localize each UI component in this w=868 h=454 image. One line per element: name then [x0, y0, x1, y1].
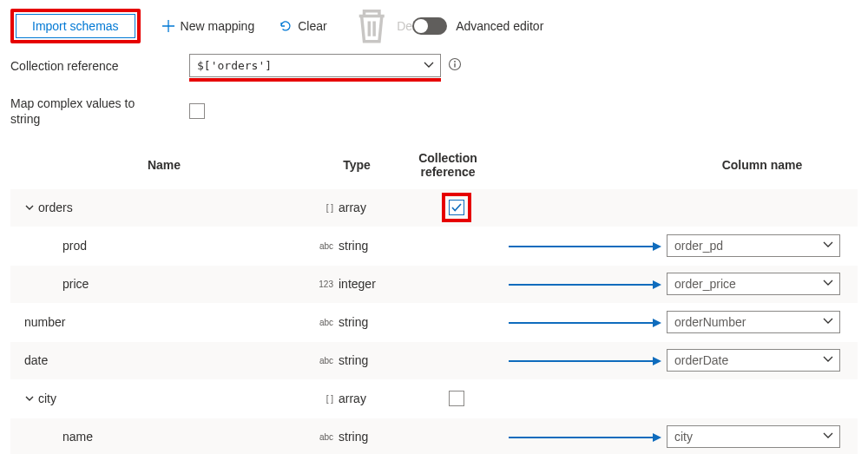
cell-column-name: order_price	[667, 273, 858, 295]
chevron-down-icon	[822, 239, 834, 251]
row-name: city	[38, 391, 56, 405]
cell-type: 123integer	[318, 277, 404, 291]
advanced-editor-toggle[interactable]	[412, 17, 447, 35]
column-name-value: order_pd	[674, 239, 723, 253]
mapping-row: city[ ]array	[10, 379, 858, 418]
row-name: date	[24, 353, 48, 367]
type-badge: [ ]	[318, 394, 333, 404]
row-expander[interactable]	[24, 202, 35, 213]
clear-label: Clear	[298, 19, 326, 33]
type-text: string	[339, 315, 368, 329]
type-badge: abc	[318, 318, 333, 327]
mapping-row: dateabcstringorderDate	[10, 341, 858, 379]
mapping-arrow	[509, 322, 667, 323]
row-expander[interactable]	[24, 393, 35, 404]
mapping-row: prodabcstringorder_pd	[10, 227, 858, 265]
cell-type: abcstring	[318, 353, 404, 367]
import-schemas-button[interactable]: Import schemas	[16, 14, 135, 38]
collection-reference-dropdown[interactable]: $['orders']	[189, 54, 441, 77]
info-icon[interactable]	[448, 57, 462, 74]
cell-type: abcstring	[318, 315, 404, 329]
cell-column-name: order_pd	[667, 234, 858, 257]
header-name: Name	[10, 158, 318, 172]
cell-name: number	[10, 315, 318, 329]
row-name: orders	[38, 201, 73, 214]
collection-reference-label: Collection reference	[10, 59, 189, 73]
new-mapping-label: New mapping	[181, 19, 255, 33]
cell-column-name: city	[667, 425, 858, 448]
column-name-value: city	[674, 430, 693, 444]
mapping-arrow	[509, 398, 667, 399]
chevron-down-icon	[423, 59, 435, 71]
collection-reference-checkbox[interactable]	[449, 200, 464, 215]
chevron-down-icon	[822, 315, 834, 327]
highlight-ref-checkbox	[442, 193, 471, 222]
row-name: prod	[62, 239, 87, 253]
column-name-dropdown[interactable]: order_price	[667, 273, 840, 295]
column-name-value: order_price	[674, 277, 736, 291]
cell-name: name	[10, 430, 318, 444]
advanced-editor-label: Advanced editor	[456, 19, 543, 33]
mapping-arrow	[509, 284, 667, 285]
new-mapping-button[interactable]: New mapping	[153, 14, 264, 38]
header-type: Type	[318, 158, 396, 172]
cell-type: abcstring	[318, 430, 404, 444]
type-badge: [ ]	[318, 203, 333, 213]
type-text: integer	[339, 277, 376, 291]
type-text: string	[339, 353, 368, 367]
column-name-dropdown[interactable]: city	[667, 425, 840, 448]
clear-button[interactable]: Clear	[270, 14, 335, 38]
chevron-down-icon	[24, 202, 35, 213]
row-name: name	[62, 430, 93, 444]
trash-icon	[352, 6, 391, 46]
import-schemas-label: Import schemas	[32, 19, 119, 33]
row-name: number	[24, 315, 65, 329]
cell-collection-reference	[404, 193, 509, 222]
type-badge: abc	[318, 241, 333, 251]
cell-type: [ ]array	[318, 201, 404, 214]
mapping-arrow	[509, 360, 667, 361]
type-text: array	[339, 391, 366, 405]
cell-name: orders	[10, 201, 318, 214]
highlight-import: Import schemas	[10, 9, 141, 43]
chevron-down-icon	[822, 430, 834, 442]
cell-column-name: orderDate	[667, 349, 858, 372]
header-collection-reference: Collection reference	[396, 151, 500, 179]
column-name-value: orderNumber	[674, 315, 746, 329]
collection-reference-checkbox[interactable]	[449, 391, 464, 406]
type-text: string	[339, 239, 368, 253]
cell-column-name: orderNumber	[667, 311, 858, 333]
mapping-row: nameabcstringcity	[10, 418, 858, 454]
cell-collection-reference	[404, 391, 509, 406]
row-name: price	[62, 277, 89, 291]
svg-rect-2	[454, 63, 455, 68]
column-name-value: orderDate	[674, 353, 728, 367]
type-badge: abc	[318, 356, 333, 365]
cell-type: abcstring	[318, 239, 404, 253]
mapping-arrow	[509, 437, 667, 438]
highlight-collection-reference	[189, 78, 441, 82]
svg-point-1	[454, 61, 456, 63]
mapping-arrow	[509, 246, 667, 247]
map-complex-label: Map complex values to string	[10, 95, 167, 127]
column-name-dropdown[interactable]: order_pd	[667, 234, 840, 257]
collection-reference-value: $['orders']	[197, 59, 272, 72]
mapping-row: numberabcstringorderNumber	[10, 303, 858, 341]
plus-icon	[161, 19, 175, 33]
chevron-down-icon	[822, 277, 834, 289]
check-icon	[450, 201, 463, 214]
type-text: string	[339, 430, 368, 444]
mapping-arrow	[509, 207, 667, 208]
map-complex-checkbox[interactable]	[189, 103, 205, 119]
column-name-dropdown[interactable]: orderNumber	[667, 311, 840, 333]
type-badge: abc	[318, 432, 333, 442]
type-badge: 123	[318, 280, 333, 289]
cell-name: prod	[10, 239, 318, 253]
column-name-dropdown[interactable]: orderDate	[667, 349, 840, 372]
cell-name: price	[10, 277, 318, 291]
mapping-row: price123integerorder_price	[10, 265, 858, 303]
header-column-name: Column name	[667, 158, 858, 172]
chevron-down-icon	[822, 353, 834, 365]
delete-button: Delete	[343, 14, 400, 38]
chevron-down-icon	[24, 393, 35, 404]
